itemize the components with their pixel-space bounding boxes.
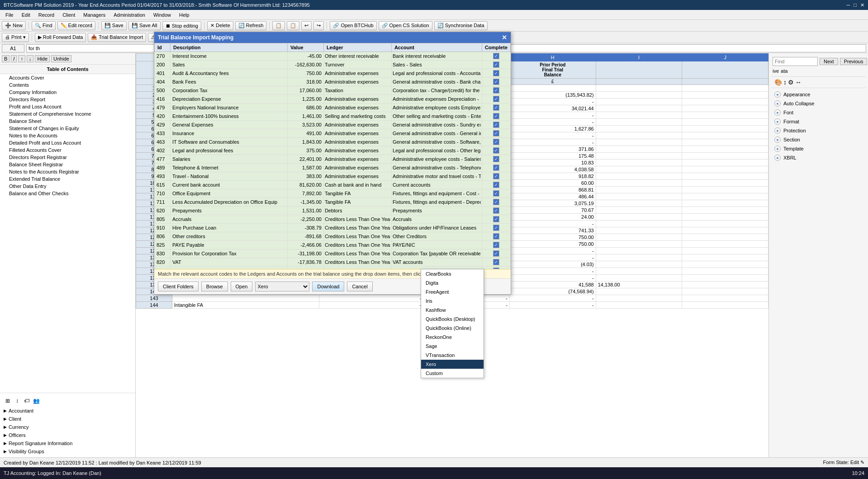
row-62-i[interactable] (596, 126, 682, 132)
toc-changes-equity[interactable]: Statement of Changes in Equity (0, 125, 135, 132)
dropdown-option-custom[interactable]: Custom (421, 369, 484, 378)
toc-balance-sheet[interactable]: Balance Sheet (0, 117, 135, 125)
cell-ledger[interactable]: Administrative expenses (323, 164, 391, 172)
menu-window[interactable]: Window (150, 11, 175, 19)
dropdown-option-kashflow[interactable]: Kashflow (421, 305, 484, 315)
modal-close-button[interactable]: ✕ (502, 34, 507, 41)
row-5-i[interactable] (596, 112, 682, 119)
row-81-j[interactable] (682, 166, 768, 173)
cell-ledger[interactable]: Administrative expenses (323, 146, 391, 155)
row-2-j[interactable] (682, 92, 768, 99)
row-143-h[interactable]: - (509, 295, 596, 302)
cell-ledger[interactable]: Share Capital (323, 267, 391, 269)
trial-balance-import-button[interactable]: 📥 Trial Balance Import (88, 33, 146, 42)
row-94-i[interactable] (596, 173, 682, 180)
row-81-h[interactable]: 4,038.58 (509, 166, 596, 173)
row-134-h[interactable]: - (509, 268, 596, 275)
cell-complete[interactable] (482, 52, 510, 61)
cell-complete[interactable] (482, 121, 510, 129)
dropdown-option-xero[interactable]: Xero (421, 360, 484, 369)
cell-complete[interactable] (482, 112, 510, 121)
cell-complete[interactable] (482, 181, 510, 189)
menu-client[interactable]: Client (59, 11, 79, 19)
cell-account[interactable]: Fixtures, fittings and equipment - Depre… (391, 198, 482, 207)
cell-ledger[interactable]: Creditors Less Than One Year (323, 258, 391, 267)
row-111-i[interactable] (596, 187, 682, 193)
grid-icon[interactable]: ⊞ (4, 397, 12, 405)
row-3-i[interactable] (596, 99, 682, 105)
row-129-j[interactable] (682, 248, 768, 254)
row-111-j[interactable] (682, 187, 768, 193)
cell-ledger[interactable]: Creditors Less Than One Year (323, 249, 391, 258)
dropdown-option-reckonone[interactable]: ReckonOne (421, 333, 484, 342)
row-2-h[interactable]: (135,943.82) (509, 92, 596, 99)
row-79-h[interactable]: 10.83 (509, 160, 596, 166)
row-138-j[interactable] (682, 282, 768, 288)
cell-complete[interactable] (482, 155, 510, 164)
dropdown-option-clearbooks[interactable]: ClearBooks (421, 269, 484, 278)
row-104-j[interactable] (682, 180, 768, 187)
row-132-h[interactable]: - (509, 254, 596, 261)
row-118-i[interactable] (596, 221, 682, 227)
cell-ledger[interactable]: Tangible FA (323, 189, 391, 198)
cell-complete[interactable] (482, 164, 510, 172)
cell-complete[interactable] (482, 189, 510, 198)
row-129-i[interactable] (596, 248, 682, 254)
prop-format[interactable]: Format (771, 117, 866, 126)
print-button[interactable]: 🖨 Print ▾ (2, 33, 29, 42)
toc-detailed-profit-loss[interactable]: Detailed Profit and Loss Account (0, 139, 135, 146)
cell-account[interactable]: VAT accounts (391, 258, 482, 267)
prop-protection[interactable]: Protection (771, 126, 866, 135)
cell-account[interactable]: General administrative costs - Telephone… (391, 164, 482, 172)
cell-account[interactable]: Administrative employee costs - Salaries… (391, 155, 482, 164)
cell-account[interactable]: Corporation tax - Charge/(credit) for th… (391, 86, 482, 95)
find-button[interactable]: 🔍 Find (32, 21, 55, 30)
properties-icon[interactable]: ⚙ (788, 79, 794, 86)
edit-record-button[interactable]: ✏️ Edit record (57, 21, 95, 30)
cell-complete[interactable] (482, 86, 510, 95)
dropdown-option-sage[interactable]: Sage (421, 342, 484, 351)
tag-icon[interactable]: 🏷 (23, 397, 31, 405)
cell-ledger[interactable]: Turnover (323, 61, 391, 69)
row-144-a[interactable]: Intangible FA (172, 302, 319, 309)
cell-ledger[interactable]: Debtors (323, 207, 391, 215)
sort-icon[interactable]: ↕ (13, 397, 21, 405)
cell-account[interactable]: Other selling and marketing costs - Ente… (391, 112, 482, 121)
open-cs-solution-button[interactable]: 🔗 Open CS Solution (379, 21, 432, 30)
toc-accounts-cover[interactable]: Accounts Cover (0, 74, 135, 81)
cell-ledger[interactable]: Administrative expenses (323, 129, 391, 138)
group-report-signature[interactable]: ▶ Report Signature Information (0, 439, 135, 447)
row-79-i[interactable] (596, 160, 682, 166)
cell-account[interactable]: Other Creditors (391, 232, 482, 241)
dropdown-option-quickbooks--desktop-[interactable]: QuickBooks (Desktop) (421, 315, 484, 324)
row-114-j[interactable] (682, 193, 768, 200)
expand-icon[interactable]: ↔ (795, 79, 802, 86)
cell-account[interactable]: Corporation Tax [payable OR receivable] (391, 249, 482, 258)
row-121-i[interactable] (596, 227, 682, 234)
group-officers[interactable]: ▶ Officers (0, 431, 135, 439)
cell-ledger[interactable]: Selling and marketing costs (323, 112, 391, 121)
row-143-f[interactable]: - (319, 295, 423, 302)
row-62-h[interactable]: 1,627.86 (509, 126, 596, 132)
row-144-f[interactable]: - (319, 302, 423, 309)
download-button[interactable]: Download (312, 282, 344, 291)
menu-help[interactable]: Help (175, 11, 193, 19)
cell-account[interactable]: General administrative costs - Sundry ex… (391, 121, 482, 129)
cell-complete[interactable] (482, 95, 510, 103)
row-144-i[interactable] (596, 302, 682, 309)
toc-notes-registrar[interactable]: Notes to the Accounts Registrar (0, 168, 135, 175)
row-129-h[interactable]: - (509, 248, 596, 254)
row-118-h[interactable]: - (509, 221, 596, 227)
row-79-j[interactable] (682, 160, 768, 166)
row-2-i[interactable] (596, 92, 682, 99)
row-115-h[interactable]: 3,075.19 (509, 200, 596, 207)
row-138-i[interactable]: 14,138.00 (596, 282, 682, 288)
row-142-h[interactable]: (74,568.94) (509, 288, 596, 295)
roll-forward-button[interactable]: ▶ Roll Forward Data (35, 33, 86, 42)
cell-account[interactable]: Accruals (391, 215, 482, 224)
row-52-i[interactable] (596, 119, 682, 126)
cell-account[interactable]: Bank interest receivable (391, 52, 482, 61)
cell-complete[interactable] (482, 69, 510, 78)
toc-balance-registrar[interactable]: Balance Sheet Registrar (0, 161, 135, 168)
copy-button[interactable]: 📋 (272, 21, 285, 30)
